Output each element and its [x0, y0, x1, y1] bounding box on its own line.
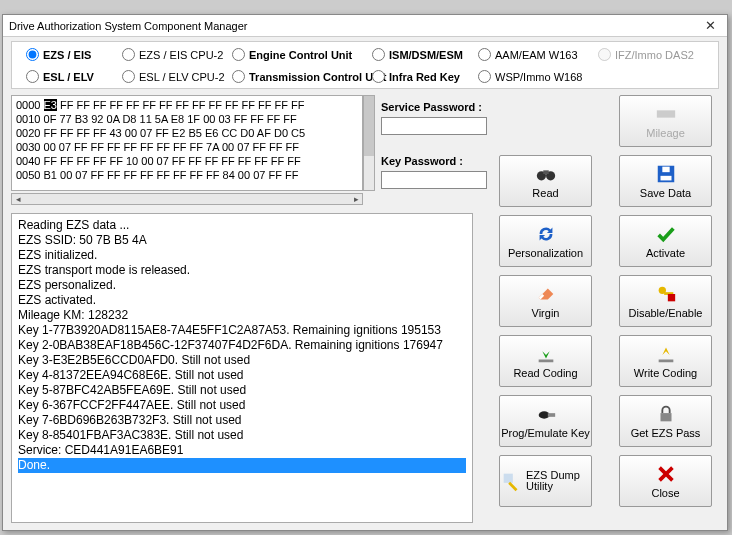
scroll-right-icon[interactable]: ▸	[350, 194, 362, 204]
hex-vertical-scrollbar[interactable]	[363, 95, 375, 191]
radio-esl-elv-cpu2[interactable]: ESL / ELV CPU-2	[122, 70, 225, 83]
client-area: EZS / EIS EZS / EIS CPU-2 Engine Control…	[3, 37, 727, 530]
scroll-left-icon[interactable]: ◂	[12, 194, 24, 204]
ezs-dump-utility-button[interactable]: EZS Dump Utility	[499, 455, 592, 507]
key-lock-icon	[655, 283, 677, 305]
binoculars-icon	[535, 163, 557, 185]
radio-ezs-eis-cpu2[interactable]: EZS / EIS CPU-2	[122, 48, 223, 61]
svg-rect-11	[667, 294, 674, 301]
save-data-button[interactable]: Save Data	[619, 155, 712, 207]
read-coding-button[interactable]: Read Coding	[499, 335, 592, 387]
activate-button[interactable]: Activate	[619, 215, 712, 267]
window-title: Drive Authorization System Component Man…	[9, 20, 699, 32]
svg-rect-12	[538, 360, 553, 363]
svg-rect-17	[504, 474, 513, 483]
personalization-button[interactable]: Personalization	[499, 215, 592, 267]
check-icon	[655, 223, 677, 245]
svg-rect-13	[658, 360, 673, 363]
mileage-button: Mileage	[619, 95, 712, 147]
radio-irk[interactable]: Infra Red Key	[372, 70, 460, 83]
download-icon	[535, 343, 557, 365]
radio-ifz: IFZ/Immo DAS2	[598, 48, 694, 61]
svg-rect-5	[660, 176, 671, 181]
service-password-block: Service Password :	[381, 101, 491, 135]
hex-dump[interactable]: 0000 E3 FF FF FF FF FF FF FF FF FF FF FF…	[11, 95, 363, 191]
radio-ecu[interactable]: Engine Control Unit	[232, 48, 352, 61]
radio-wsp[interactable]: WSP/Immo W168	[478, 70, 582, 83]
key-password-block: Key Password :	[381, 155, 491, 189]
refresh-icon	[535, 223, 557, 245]
lock-icon	[655, 403, 677, 425]
service-password-input[interactable]	[381, 117, 487, 135]
x-icon	[655, 463, 677, 485]
tools-icon	[500, 470, 522, 492]
write-coding-button[interactable]: Write Coding	[619, 335, 712, 387]
prog-emulate-key-button[interactable]: Prog/Emulate Key	[499, 395, 592, 447]
virgin-button[interactable]: Virgin	[499, 275, 592, 327]
radio-tcu[interactable]: Transmission Control Unit	[232, 70, 387, 83]
key-password-label: Key Password :	[381, 155, 491, 167]
svg-rect-3	[543, 170, 549, 174]
disable-enable-button[interactable]: Disable/Enable	[619, 275, 712, 327]
hex-horizontal-scrollbar[interactable]: ◂ ▸	[11, 193, 363, 205]
radio-ezs-eis[interactable]: EZS / EIS	[26, 48, 91, 61]
upload-icon	[655, 343, 677, 365]
mileage-icon	[655, 103, 677, 125]
car-key-icon	[535, 404, 557, 426]
svg-rect-0	[656, 110, 674, 117]
get-ezs-pass-button[interactable]: Get EZS Pass	[619, 395, 712, 447]
close-icon[interactable]: ✕	[699, 17, 721, 35]
close-button[interactable]: Close	[619, 455, 712, 507]
eraser-icon	[535, 283, 557, 305]
key-password-input[interactable]	[381, 171, 487, 189]
scrollbar-thumb[interactable]	[364, 96, 374, 156]
save-icon	[655, 163, 677, 185]
service-password-label: Service Password :	[381, 101, 491, 113]
svg-rect-16	[660, 413, 671, 421]
svg-rect-15	[547, 413, 554, 417]
titlebar: Drive Authorization System Component Man…	[3, 15, 727, 37]
log-output[interactable]: Reading EZS data ...EZS SSID: 50 7B B5 4…	[11, 213, 473, 523]
read-button[interactable]: Read	[499, 155, 592, 207]
component-radio-group: EZS / EIS EZS / EIS CPU-2 Engine Control…	[11, 41, 719, 89]
window: Drive Authorization System Component Man…	[2, 14, 728, 531]
radio-ism[interactable]: ISM/DSM/ESM	[372, 48, 463, 61]
radio-aam[interactable]: AAM/EAM W163	[478, 48, 578, 61]
radio-esl-elv[interactable]: ESL / ELV	[26, 70, 94, 83]
svg-rect-6	[662, 167, 669, 173]
